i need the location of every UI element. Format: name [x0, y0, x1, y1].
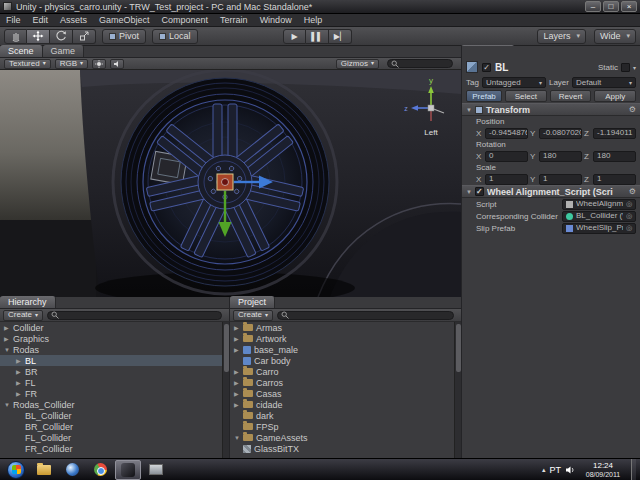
volume-icon[interactable]: [565, 465, 575, 475]
gear-icon[interactable]: ⚙: [629, 187, 636, 196]
step-button[interactable]: ▶▏: [329, 29, 352, 44]
tag-dropdown[interactable]: Untagged ▾: [482, 77, 546, 88]
foldout-icon[interactable]: ▼: [466, 107, 472, 113]
taskbar-media-player[interactable]: [59, 460, 85, 480]
start-button[interactable]: [7, 461, 25, 479]
menu-component[interactable]: Component: [156, 15, 215, 25]
minimize-button[interactable]: –: [585, 1, 601, 12]
rotate-tool-button[interactable]: [50, 29, 73, 44]
rotation-z-field[interactable]: 180: [593, 151, 636, 162]
rotation-x-field[interactable]: 0: [485, 151, 528, 162]
taskbar-chrome[interactable]: [87, 460, 113, 480]
transform-component-header[interactable]: ▼ Transform ⚙: [462, 103, 640, 116]
play-button[interactable]: ▶: [283, 29, 306, 44]
hierarchy-item[interactable]: ▶BR: [0, 366, 229, 377]
position-z-field[interactable]: -1.194011: [593, 128, 636, 139]
hierarchy-search-input[interactable]: [47, 311, 222, 320]
prefab-select-button[interactable]: Select: [505, 90, 547, 102]
menu-gameobject[interactable]: GameObject: [93, 15, 156, 25]
hierarchy-item[interactable]: FR_Collider: [0, 443, 229, 454]
tab-scene[interactable]: Scene: [0, 45, 43, 57]
foldout-icon[interactable]: ▼: [466, 189, 472, 195]
draw-mode-dropdown[interactable]: Textured ▾: [4, 59, 51, 69]
project-item[interactable]: ▶Armas: [230, 322, 461, 333]
taskbar-unity-active[interactable]: [115, 460, 141, 480]
project-create-button[interactable]: Create ▾: [233, 310, 273, 321]
render-channel-dropdown[interactable]: RGB ▾: [55, 59, 88, 69]
static-checkbox[interactable]: [621, 63, 630, 72]
scene-search-input[interactable]: [387, 59, 453, 68]
project-item[interactable]: GlassBitTX: [230, 443, 461, 454]
menu-file[interactable]: File: [0, 15, 27, 25]
pause-button[interactable]: ▌▌: [306, 29, 329, 44]
project-item[interactable]: Car body: [230, 355, 461, 366]
scale-z-field[interactable]: 1: [593, 174, 636, 185]
taskbar-clock[interactable]: 12:24 08/09/2011: [579, 461, 627, 479]
menu-assets[interactable]: Assets: [54, 15, 93, 25]
local-toggle[interactable]: Local: [152, 29, 198, 44]
rotation-y-field[interactable]: 180: [539, 151, 582, 162]
layout-dropdown[interactable]: Wide ▾: [594, 29, 636, 44]
tab-project[interactable]: Project: [230, 296, 275, 308]
project-item[interactable]: ▶Casas: [230, 388, 461, 399]
close-button[interactable]: ×: [621, 1, 637, 12]
audio-toggle[interactable]: [110, 59, 124, 69]
taskbar-photo-viewer[interactable]: [143, 460, 169, 480]
hierarchy-item[interactable]: ▶Collider: [0, 322, 229, 333]
project-item[interactable]: ▶Artwork: [230, 333, 461, 344]
prefab-button[interactable]: Prefab: [466, 90, 502, 102]
maximize-button[interactable]: □: [603, 1, 619, 12]
hierarchy-item[interactable]: FL_Collider: [0, 432, 229, 443]
lighting-toggle[interactable]: [92, 59, 106, 69]
hierarchy-create-button[interactable]: Create ▾: [3, 310, 43, 321]
active-checkbox[interactable]: ✓: [482, 63, 491, 72]
script-object-field[interactable]: WheelAlignmen ◎: [562, 199, 636, 210]
hierarchy-item[interactable]: ▼Rodas: [0, 344, 229, 355]
taskbar-explorer[interactable]: [31, 460, 57, 480]
project-item[interactable]: ▼GameAssets: [230, 432, 461, 443]
hierarchy-item[interactable]: ▶Graphics: [0, 333, 229, 344]
project-scrollbar[interactable]: [454, 322, 461, 458]
object-picker-icon[interactable]: ◎: [626, 199, 632, 209]
hierarchy-item[interactable]: ▶FR: [0, 388, 229, 399]
menu-window[interactable]: Window: [254, 15, 298, 25]
slip-prefab-object-field[interactable]: WheelSlip_Prefab ◎: [562, 223, 636, 234]
gizmos-dropdown[interactable]: Gizmos ▾: [336, 59, 379, 69]
hierarchy-scrollbar[interactable]: [222, 322, 229, 458]
chevron-down-icon[interactable]: ▾: [633, 64, 636, 71]
project-item[interactable]: dark: [230, 410, 461, 421]
tab-hierarchy[interactable]: Hierarchy: [0, 296, 56, 308]
show-desktop-button[interactable]: [631, 459, 636, 480]
scale-y-field[interactable]: 1: [539, 174, 582, 185]
pivot-toggle[interactable]: Pivot: [102, 29, 146, 44]
script-component-header[interactable]: ▼ ✓ Wheel Alignment_Script (Scri ⚙: [462, 185, 640, 198]
scale-x-field[interactable]: 1: [485, 174, 528, 185]
position-x-field[interactable]: -0.9454876: [485, 128, 528, 139]
project-item[interactable]: ▶cidade: [230, 399, 461, 410]
project-item[interactable]: ▶Carro: [230, 366, 461, 377]
position-y-field[interactable]: -0.0807020: [539, 128, 582, 139]
object-picker-icon[interactable]: ◎: [626, 211, 632, 221]
hierarchy-item-selected[interactable]: ▶BL: [0, 355, 229, 366]
object-picker-icon[interactable]: ◎: [626, 223, 632, 233]
script-enabled-checkbox[interactable]: ✓: [475, 187, 484, 196]
hand-tool-button[interactable]: [4, 29, 27, 44]
scene-viewport[interactable]: y z Left: [0, 70, 461, 297]
scrollbar-thumb[interactable]: [456, 324, 461, 372]
menu-edit[interactable]: Edit: [27, 15, 55, 25]
object-name[interactable]: BL: [495, 62, 508, 73]
layers-dropdown[interactable]: Layers ▾: [537, 29, 586, 44]
layer-dropdown[interactable]: Default ▾: [572, 77, 636, 88]
hierarchy-item[interactable]: ▶FL: [0, 377, 229, 388]
prefab-revert-button[interactable]: Revert: [550, 90, 592, 102]
language-indicator[interactable]: PT: [549, 465, 561, 475]
menu-help[interactable]: Help: [298, 15, 329, 25]
project-item[interactable]: ▶base_male: [230, 344, 461, 355]
hidden-icons-button[interactable]: ▴: [542, 466, 546, 474]
project-item[interactable]: FPSp: [230, 421, 461, 432]
collider-object-field[interactable]: BL_Collider (W ◎: [562, 211, 636, 222]
project-item[interactable]: ▶Carros: [230, 377, 461, 388]
tab-game[interactable]: Game: [43, 45, 85, 57]
scale-tool-button[interactable]: [73, 29, 96, 44]
hierarchy-item[interactable]: ▼Rodas_Collider: [0, 399, 229, 410]
